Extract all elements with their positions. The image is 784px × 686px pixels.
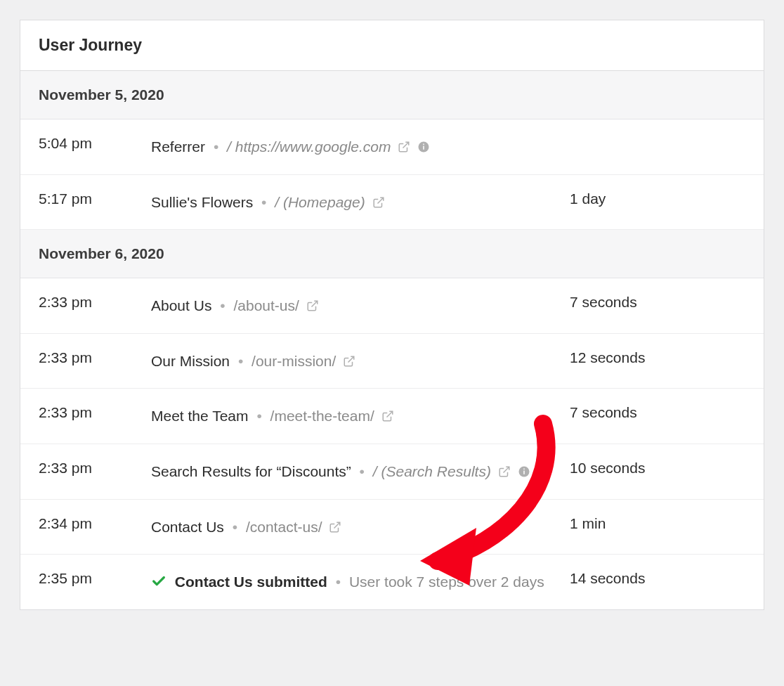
row-duration: 12 seconds [570, 349, 745, 366]
user-journey-panel: User Journey November 5, 2020 5:04 pm Re… [20, 20, 764, 610]
row-time: 2:33 pm [39, 349, 151, 366]
external-link-icon[interactable] [381, 406, 394, 418]
row-title: Contact Us [151, 519, 224, 535]
row-main: Meet the Team • /meet-the-team/ [151, 404, 570, 428]
journey-row: 2:35 pm Contact Us submitted • User took… [20, 555, 764, 609]
svg-rect-2 [423, 144, 424, 145]
external-link-icon[interactable] [372, 192, 385, 205]
external-link-icon[interactable] [329, 517, 341, 529]
day-header: November 5, 2020 [20, 71, 764, 119]
journey-row: 2:33 pm Our Mission • /our-mission/ 12 s… [20, 334, 764, 389]
row-title: Our Mission [151, 353, 230, 369]
row-title: Search Results for “Discounts” [151, 463, 351, 479]
row-slash: / [227, 138, 231, 155]
svg-rect-1 [423, 146, 424, 150]
row-time: 2:33 pm [39, 460, 151, 477]
separator-dot: • [233, 519, 237, 535]
journey-row: 2:33 pm Search Results for “Discounts” •… [20, 444, 764, 500]
row-main: Search Results for “Discounts” • / (Sear… [151, 460, 570, 484]
row-note: User took 7 steps over 2 days [349, 574, 544, 590]
separator-dot: • [256, 408, 261, 424]
external-link-icon[interactable] [306, 295, 319, 308]
row-main: Our Mission • /our-mission/ [151, 349, 570, 373]
row-path: /meet-the-team/ [270, 408, 374, 424]
row-duration: 7 seconds [570, 404, 745, 421]
svg-rect-5 [523, 468, 525, 470]
check-icon [151, 572, 166, 588]
external-link-icon[interactable] [498, 461, 511, 474]
row-path: /contact-us/ [246, 519, 322, 535]
svg-rect-4 [523, 470, 525, 474]
separator-dot: • [238, 353, 243, 369]
external-link-icon[interactable] [398, 136, 410, 149]
info-icon[interactable] [417, 136, 430, 149]
separator-dot: • [261, 194, 266, 210]
row-path: (Search Results) [381, 463, 491, 479]
row-title: Contact Us submitted [175, 574, 327, 590]
row-path: /about-us/ [233, 297, 299, 313]
row-time: 2:33 pm [39, 294, 151, 311]
row-title: About Us [151, 297, 211, 313]
panel-title: User Journey [20, 20, 764, 71]
row-slash: / [275, 194, 279, 210]
journey-row: 5:17 pm Sullie's Flowers • / (Homepage) … [20, 175, 764, 231]
journey-row: 2:33 pm Meet the Team • /meet-the-team/ … [20, 389, 764, 444]
row-time: 5:04 pm [39, 135, 151, 152]
row-path: /our-mission/ [251, 353, 336, 369]
external-link-icon[interactable] [343, 351, 355, 363]
row-duration: 10 seconds [570, 460, 745, 477]
separator-dot: • [214, 138, 218, 155]
row-duration: 14 seconds [570, 570, 745, 587]
journey-row: 5:04 pm Referrer • / https://www.google.… [20, 119, 764, 175]
journey-row: 2:34 pm Contact Us • /contact-us/ 1 min [20, 500, 764, 555]
row-time: 2:34 pm [39, 515, 151, 532]
separator-dot: • [336, 574, 341, 590]
row-title: Referrer [151, 138, 205, 155]
row-main: Contact Us • /contact-us/ [151, 515, 570, 539]
row-duration: 1 day [570, 190, 745, 207]
row-path: https://www.google.com [235, 138, 391, 155]
separator-dot: • [220, 297, 225, 313]
row-duration: 7 seconds [570, 294, 745, 311]
row-main: About Us • /about-us/ [151, 294, 570, 318]
row-main: Sullie's Flowers • / (Homepage) [151, 190, 570, 214]
row-title: Meet the Team [151, 408, 249, 424]
row-slash: / [373, 463, 377, 479]
row-main: Referrer • / https://www.google.com [151, 135, 570, 159]
row-time: 5:17 pm [39, 190, 151, 207]
row-path: (Homepage) [283, 194, 365, 210]
row-main: Contact Us submitted • User took 7 steps… [151, 570, 570, 594]
journey-row: 2:33 pm About Us • /about-us/ 7 seconds [20, 278, 764, 334]
row-time: 2:33 pm [39, 404, 151, 421]
day-header: November 6, 2020 [20, 230, 764, 278]
row-time: 2:35 pm [39, 570, 151, 587]
separator-dot: • [360, 463, 365, 479]
row-title: Sullie's Flowers [151, 194, 253, 210]
row-duration: 1 min [570, 515, 745, 532]
info-icon[interactable] [518, 461, 530, 474]
